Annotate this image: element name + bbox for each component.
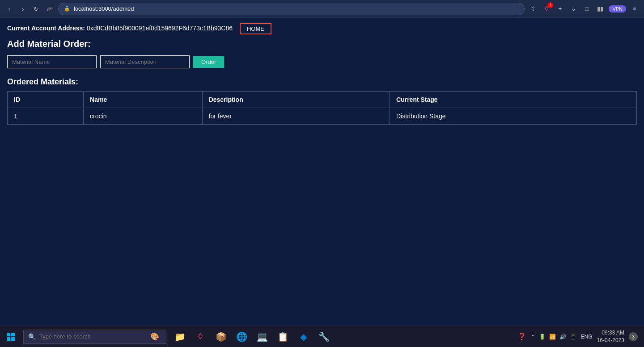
menu-button[interactable]: ≡ — [630, 4, 640, 14]
svg-rect-3 — [11, 337, 15, 341]
file-explorer-app[interactable]: 📁 — [170, 327, 190, 347]
search-icon: 🔍 — [28, 333, 36, 340]
col-id: ID — [8, 92, 84, 108]
account-address-row: Current Account Address: 0xd8CdBb85f9000… — [7, 23, 637, 34]
brave-app[interactable]: ◊ — [191, 327, 210, 347]
taskbar: 🔍 🎨 📁 ◊ 📦 🌐 💻 📋 ◆ 🔧 ❓ ⌃ 🔋 📶 🔊 📱 ENG 09:3… — [0, 326, 644, 347]
order-button[interactable]: Order — [193, 56, 224, 68]
taskbar-right: ❓ ⌃ 🔋 📶 🔊 📱 ENG 09:33 AM 16-04-2023 3 — [517, 329, 644, 344]
materials-table: ID Name Description Current Stage 1croci… — [7, 91, 637, 125]
volume-icon[interactable]: 🔊 — [559, 334, 566, 340]
language-indicator: ENG — [581, 334, 593, 340]
back-button[interactable]: ‹ — [4, 4, 14, 14]
box-app[interactable]: 📦 — [211, 327, 231, 347]
col-description: Description — [202, 92, 390, 108]
taskbar-search[interactable]: 🔍 🎨 — [23, 330, 166, 344]
cell-stage: Distribution Stage — [390, 108, 637, 125]
system-tray: ⌃ 🔋 📶 🔊 📱 — [531, 334, 576, 340]
tool-app[interactable]: 🔧 — [314, 327, 334, 347]
battery-icon: 🔋 — [539, 334, 546, 340]
taskbar-search-input[interactable] — [39, 333, 147, 340]
edge-app[interactable]: 🌐 — [232, 327, 251, 347]
vscode-app[interactable]: ◆ — [293, 327, 313, 347]
wifi-icon: 📶 — [549, 334, 556, 340]
source-app[interactable]: 📋 — [273, 327, 292, 347]
col-name: Name — [84, 92, 203, 108]
account-label: Current Account Address: — [7, 25, 85, 32]
time-display: 09:33 AM — [597, 329, 624, 337]
material-description-input[interactable] — [100, 55, 190, 68]
brave-shield-button[interactable]: ◊ — [542, 4, 551, 14]
browser-chrome: ‹ › ↻ ☍ 🔒 localhost:3000/addmed ⇧ ◊ ✦ ⇓ … — [0, 0, 644, 18]
material-name-input[interactable] — [7, 55, 97, 68]
expand-tray-icon[interactable]: ⌃ — [531, 334, 535, 340]
svg-rect-1 — [11, 333, 15, 336]
ordered-materials-title: Ordered Materials: — [7, 77, 637, 87]
notification-badge[interactable]: 3 — [629, 332, 638, 341]
table-header-row: ID Name Description Current Stage — [8, 92, 637, 108]
page-content: Current Account Address: 0xd8CdBb85f9000… — [0, 18, 644, 326]
forward-button[interactable]: › — [18, 4, 28, 14]
account-value: 0xd8CdBb85f900091ef0d159692F6d773c1Bb93C… — [87, 25, 233, 32]
start-button[interactable] — [0, 326, 21, 347]
terminal-app[interactable]: 💻 — [252, 327, 272, 347]
taskbar-time: 09:33 AM 16-04-2023 — [597, 329, 624, 344]
window-button[interactable]: □ — [582, 4, 592, 14]
svg-rect-0 — [7, 333, 10, 336]
cell-id: 1 — [8, 108, 84, 125]
col-stage: Current Stage — [390, 92, 637, 108]
address-bar[interactable]: 🔒 localhost:3000/addmed — [58, 3, 525, 15]
share-button[interactable]: ⇧ — [528, 4, 538, 14]
taskbar-apps: 📁 ◊ 📦 🌐 💻 📋 ◆ 🔧 — [170, 327, 334, 347]
help-icon[interactable]: ❓ — [517, 332, 526, 341]
page-title: Add Material Order: — [7, 39, 637, 49]
date-display: 16-04-2023 — [597, 337, 624, 344]
table-header: ID Name Description Current Stage — [8, 92, 637, 108]
refresh-button[interactable]: ↻ — [31, 4, 41, 14]
download-button[interactable]: ⇓ — [568, 4, 578, 14]
home-button[interactable]: HOME — [240, 23, 271, 34]
browser-actions: ⇧ ◊ ✦ ⇓ □ ▮▮ VPN ≡ — [528, 4, 640, 14]
add-material-form: Order — [7, 55, 637, 68]
svg-rect-2 — [7, 337, 10, 341]
extensions-button[interactable]: ✦ — [555, 4, 565, 14]
vpn-button[interactable]: VPN — [609, 5, 626, 13]
profile-button[interactable]: ▮▮ — [595, 4, 605, 14]
bookmark-button[interactable]: ☍ — [45, 4, 55, 14]
url-text: localhost:3000/addmed — [74, 5, 134, 12]
cell-description: for fever — [202, 108, 390, 125]
cell-name: crocin — [84, 108, 203, 125]
table-row: 1crocinfor feverDistribution Stage — [8, 108, 637, 125]
cortana-icon: 🎨 — [150, 332, 159, 341]
mobile-icon: 📱 — [570, 334, 576, 340]
table-body: 1crocinfor feverDistribution Stage — [8, 108, 637, 125]
lock-icon: 🔒 — [64, 6, 70, 12]
